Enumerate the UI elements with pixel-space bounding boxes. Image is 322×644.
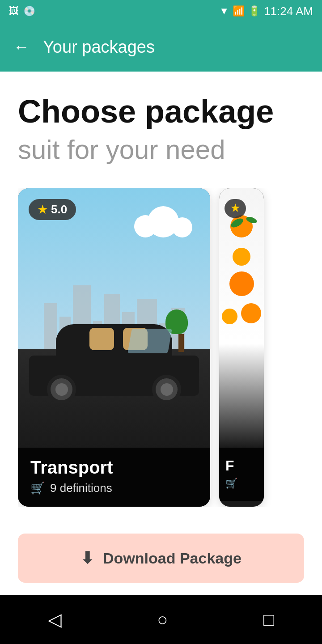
transport-card-definitions: 🛒 9 definitions <box>30 481 198 495</box>
status-bar-left: 🖼 💿 <box>9 5 35 17</box>
food-cart-icon: 🛒 <box>225 478 237 489</box>
car-seat-1 <box>89 328 114 350</box>
transport-rating-badge: ★ 5.0 <box>29 199 76 220</box>
download-package-button[interactable]: ⬇ Download Package <box>18 534 304 583</box>
main-content: Choose package suit for your need <box>0 72 322 601</box>
cloud <box>134 206 192 237</box>
food-card-partial[interactable]: ★ F 🛒 <box>219 188 264 507</box>
car-wheel-left <box>47 375 76 404</box>
transport-card-title: Transport <box>30 458 198 478</box>
back-button[interactable]: ← <box>13 38 30 56</box>
food-item-2 <box>233 248 250 266</box>
signal-icon: 📶 <box>233 5 245 17</box>
app-bar: ← Your packages <box>0 22 322 72</box>
transport-card-info: Transport 🛒 9 definitions <box>18 448 210 507</box>
cart-icon: 🛒 <box>30 481 45 495</box>
bottom-nav: ◁ ○ □ <box>0 595 322 644</box>
windshield <box>127 329 172 353</box>
disc-icon: 💿 <box>23 5 35 17</box>
food-items <box>221 215 262 324</box>
download-button-label: Download Package <box>103 550 242 567</box>
status-bar: 🖼 💿 ▼ 📶 🔋 11:24 AM <box>0 0 322 22</box>
star-icon: ★ <box>38 203 47 216</box>
food-card-image: ★ <box>219 188 264 448</box>
car-wheel-right <box>152 375 181 404</box>
transport-definitions-text: 9 definitions <box>50 481 112 495</box>
nav-recent-button[interactable]: □ <box>263 610 274 630</box>
food-item-5 <box>241 303 261 323</box>
food-star-icon: ★ <box>231 203 240 214</box>
nav-back-button[interactable]: ◁ <box>48 609 62 630</box>
nav-home-button[interactable]: ○ <box>157 610 168 630</box>
battery-icon: 🔋 <box>248 5 260 17</box>
food-card-definitions: 🛒 <box>225 478 258 489</box>
status-bar-right: ▼ 📶 🔋 11:24 AM <box>219 4 313 18</box>
transport-card[interactable]: ★ 5.0 Transport 🛒 9 definitions <box>18 188 210 507</box>
food-rating-badge: ★ <box>225 199 246 218</box>
packages-list: ★ 5.0 Transport 🛒 9 definitions <box>18 188 304 507</box>
main-heading: Choose package <box>18 94 304 129</box>
food-card-title: F <box>225 458 258 474</box>
car <box>29 324 199 396</box>
wifi-icon: ▼ <box>219 5 229 17</box>
app-bar-title: Your packages <box>43 38 155 57</box>
food-item-4 <box>222 309 237 324</box>
food-item-3 <box>229 271 254 296</box>
transport-card-image: ★ 5.0 <box>18 188 210 448</box>
download-icon: ⬇ <box>80 549 94 568</box>
gallery-icon: 🖼 <box>9 5 19 17</box>
time-display: 11:24 AM <box>264 4 313 18</box>
food-card-info: F 🛒 <box>219 448 264 501</box>
transport-rating-value: 5.0 <box>51 203 67 216</box>
main-subheading: suit for your need <box>18 134 304 166</box>
